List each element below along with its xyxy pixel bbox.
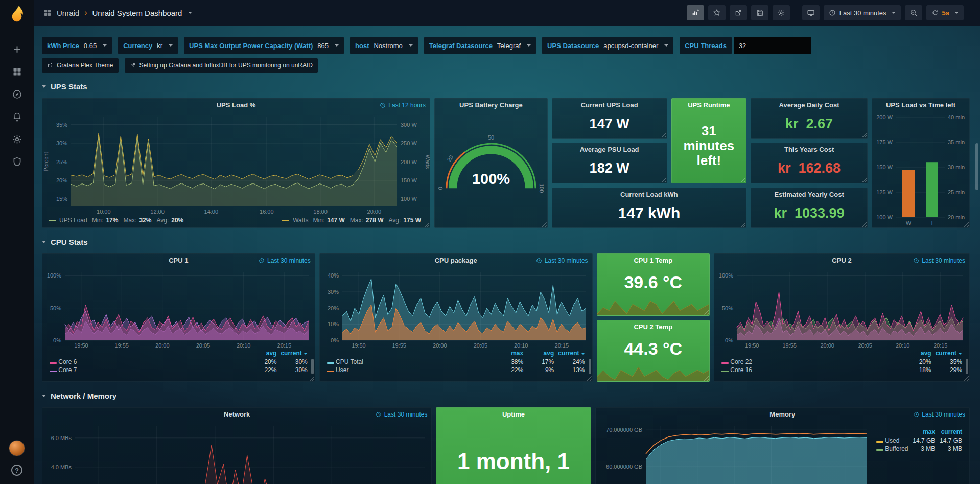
legend-col-current[interactable]: current [937,428,964,436]
legend-col-avg[interactable]: avg [903,350,934,358]
sidebar-item-explore[interactable] [6,83,28,105]
panel-title[interactable]: UPS Runtime [672,99,746,112]
variable-host[interactable]: hostNostromo [350,37,418,54]
page-scrollbar-thumb[interactable] [975,143,978,190]
legend-row[interactable]: User22%9%13% [325,366,587,374]
sidebar-item-configuration[interactable] [6,128,28,150]
svg-text:70.000000 GB: 70.000000 GB [606,427,642,433]
legend-scrollbar[interactable] [311,359,314,374]
dashboard-link-plex-theme[interactable]: Grafana Plex Theme [42,58,119,73]
legend-col-max[interactable]: max [910,428,937,436]
cpu1-temp-sparkline [597,298,709,315]
legend-row[interactable]: CPU Total38%17%24% [325,358,587,366]
save-button[interactable] [751,5,768,20]
clock-icon [829,9,836,16]
dashboard: kWh Price0.65 Currencykr UPS Max Output … [34,26,980,484]
cpu1-chart[interactable]: 0%50%100%19:5019:5520:0020:0520:1020:15 [42,267,315,350]
cpu-stats-row: CPU 1 Last 30 minutes 0%50%100%19:5019:5… [42,253,970,382]
variable-kwh-price[interactable]: kWh Price0.65 [42,37,112,54]
section-header-ups-stats[interactable]: UPS Stats [42,79,970,94]
help-icon[interactable]: ? [11,465,22,476]
cycle-view-monitor-button[interactable] [802,5,820,20]
variable-currency[interactable]: Currencykr [118,37,178,54]
battery-gauge[interactable]: 02050100100% [435,112,547,227]
share-button[interactable] [730,5,747,20]
legend-row[interactable]: Used14.7 GB14.7 GB [874,436,964,445]
user-avatar[interactable] [9,440,25,456]
legend-item[interactable]: WattsMin:147 WMax:278 WAvg:175 W [282,217,424,224]
legend-row[interactable]: Buffered3 MB3 MB [874,445,964,453]
breadcrumb-folder[interactable]: Unraid [57,9,79,17]
network-chart[interactable]: 2.0 MBs4.0 MBs6.0 MBs [42,421,431,484]
settings-gear-button[interactable] [773,5,790,20]
time-range-badge: Last 30 minutes [913,408,965,421]
cpu-threads-input[interactable] [734,37,811,54]
legend-col-current[interactable]: current [934,350,964,358]
star-button[interactable] [708,5,726,20]
svg-text:125 W: 125 W [876,189,893,195]
variable-telegraf-datasource[interactable]: Telegraf DatasourceTelegraf [424,37,536,54]
legend-col-avg[interactable]: avg [525,350,556,358]
panel-title[interactable]: Current Load kWh [552,188,746,201]
chevron-down-icon [664,44,668,47]
panel-estimated-yearly-cost: Estimated Yearly Cost kr 1033.99 [751,188,868,228]
panel-title[interactable]: Uptime [436,408,590,421]
sidebar-item-alerting[interactable] [6,106,28,127]
legend-row[interactable]: Core 620%30% [48,358,310,366]
panel-title[interactable]: Current UPS Load [552,99,667,112]
sidebar-item-dashboards[interactable] [6,61,28,82]
zoom-out-button[interactable] [905,5,922,20]
ups-load-chart[interactable]: 15%20%25%30%35%100 W150 W200 W250 W300 W… [42,112,430,216]
add-panel-button[interactable] [687,5,704,20]
svg-text:20:00: 20:00 [155,342,170,349]
panel-title[interactable]: This Years Cost [751,143,867,156]
chevron-down-icon [42,241,46,243]
svg-text:20:10: 20:10 [514,342,528,349]
panel-title[interactable]: UPS Battery Charge [435,99,547,112]
legend-row[interactable]: Core 2220%35% [719,358,964,366]
section-header-network-memory[interactable]: Network / Memory [42,388,970,403]
legend-col-max[interactable]: max [495,350,525,358]
cpu2-chart[interactable]: 0%50%100%19:5019:5520:0020:0520:1020:15 [714,267,969,350]
time-range-picker[interactable]: Last 30 minutes [824,5,901,20]
panel-average-psu-load: Average PSU Load 182 W [552,143,667,183]
variable-ups-datasource[interactable]: UPS Datasourceapcupsd-container [542,37,673,54]
legend-col-current[interactable]: current [556,350,587,358]
panel-title[interactable]: CPU 1 Temp [597,254,709,267]
variable-ups-max-output[interactable]: UPS Max Output Power Capacity (Watt)865 [184,37,344,54]
cpu-package-chart[interactable]: 0%10%20%30%40%19:5019:5520:0020:0520:102… [320,267,592,350]
panel-title[interactable]: Average Daily Cost [751,99,867,112]
cpu1-legend: avgcurrent Core 620%30% Core 722%30% [42,350,315,381]
panel-title[interactable]: Network [42,408,431,421]
svg-text:50%: 50% [722,305,733,311]
legend-col-current[interactable]: current [278,350,309,358]
legend-scrollbar[interactable] [966,359,968,374]
chevron-down-icon[interactable] [188,12,192,14]
panel-title[interactable]: Average PSU Load [552,143,667,156]
stat-value: 147 W [552,112,667,138]
dashboard-link-ups-guide[interactable]: Setting up Grafana and InfluxDB for UPS … [125,58,318,73]
legend-row[interactable]: Core 722%30% [48,366,310,374]
clock-icon [259,258,265,264]
time-range-badge: Last 30 minutes [913,254,965,267]
ups-bars-chart[interactable]: 100 W125 W150 W175 W200 W20 min25 min30 … [872,112,969,227]
panel-current-ups-load: Current UPS Load 147 W [552,98,667,139]
legend-scrollbar[interactable] [589,359,591,374]
panel-title[interactable]: UPS Load % [42,99,430,112]
panel-title[interactable]: UPS Load vs Time left [872,99,969,112]
legend-col-avg[interactable]: avg [248,350,278,358]
svg-text:12:00: 12:00 [150,209,165,215]
memory-chart[interactable]: 50.000000 GB60.000000 GB70.000000 GB [596,421,872,484]
legend-item[interactable]: UPS LoadMin:17%Max:32%Avg:20% [49,217,186,224]
section-header-cpu-stats[interactable]: CPU Stats [42,234,970,249]
sidebar-item-create[interactable] [6,38,28,60]
grafana-logo[interactable] [7,5,27,25]
panel-title[interactable]: Estimated Yearly Cost [751,188,867,201]
dashboard-grid-icon[interactable] [43,8,52,17]
panel-title[interactable]: CPU 2 Temp [597,320,709,334]
legend-row[interactable]: Core 1618%29% [719,366,964,374]
breadcrumb-dashboard-title[interactable]: Unraid System Dashboard [92,9,182,17]
sidebar-item-server-admin[interactable] [6,151,28,172]
refresh-picker[interactable]: 5s [926,5,964,20]
panel-this-years-cost: This Years Cost kr 162.68 [751,143,868,183]
